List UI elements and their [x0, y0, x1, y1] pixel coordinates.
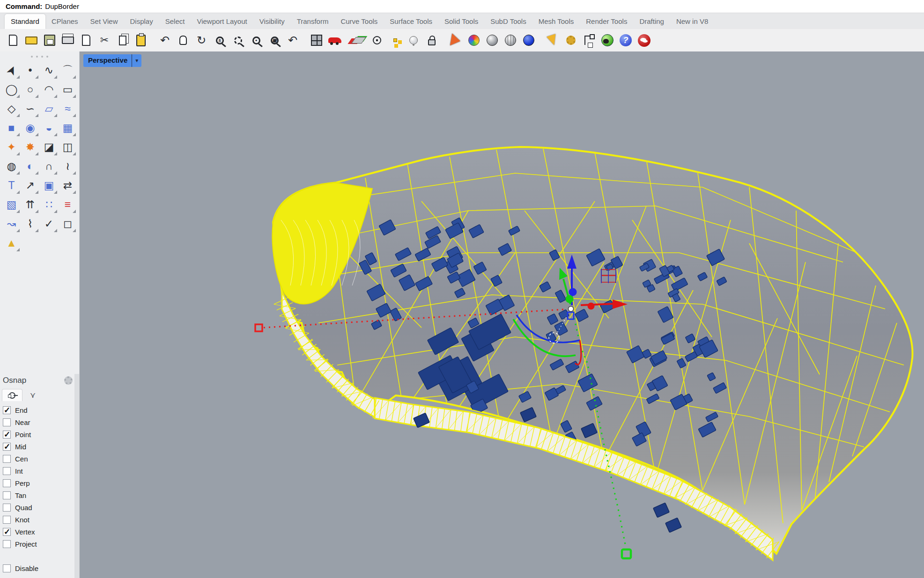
tool-check[interactable]: ✓	[40, 214, 59, 234]
command-bar[interactable]: Command: DupBorder	[0, 0, 924, 13]
toolbar-tab-new-in-v8[interactable]: New in V8	[670, 14, 714, 29]
tool-explode[interactable]: ✸	[21, 138, 40, 157]
tool-array-linear[interactable]: ≡	[59, 195, 77, 214]
osnap-row-knot[interactable]: Knot	[2, 513, 79, 526]
undo-view-icon[interactable]: ↶	[284, 32, 301, 49]
named-views-car-icon[interactable]	[326, 32, 343, 49]
toolbar-tab-visibility[interactable]: Visibility	[253, 14, 291, 29]
quad-checkbox[interactable]	[3, 504, 11, 512]
tool-orient-on-surface[interactable]: ▲	[2, 234, 21, 253]
tool-move[interactable]: ↗	[21, 176, 40, 195]
tab-osnap[interactable]	[2, 389, 22, 401]
osnap-row-cen[interactable]: Cen	[2, 453, 79, 465]
tool-sphere[interactable]: ◉	[21, 118, 40, 138]
zoom-extents-icon[interactable]: ▣	[266, 32, 283, 49]
open-file-icon[interactable]	[23, 32, 40, 49]
tan-checkbox[interactable]	[3, 491, 11, 499]
osnap-row-point[interactable]: Point	[2, 428, 79, 440]
tool-text[interactable]: T	[2, 176, 21, 195]
selection-filter-cone-icon[interactable]	[544, 32, 561, 49]
tool-polygon[interactable]: ◇	[2, 99, 21, 118]
tool-surface-wave[interactable]: ≈	[59, 99, 77, 118]
tool-gray-box[interactable]: ◻	[59, 214, 77, 234]
tool-bend[interactable]: ↝	[2, 214, 21, 234]
end-checkbox[interactable]	[3, 406, 11, 414]
toolbar-tab-mesh-tools[interactable]: Mesh Tools	[532, 14, 580, 29]
paste-icon[interactable]	[133, 32, 149, 49]
viewport-tab[interactable]: Perspective ▼	[83, 54, 141, 67]
new-file-icon[interactable]	[5, 32, 22, 49]
osnap-row-vertex[interactable]: Vertex	[2, 526, 79, 538]
options-gears-icon[interactable]	[562, 32, 579, 49]
tool-split[interactable]: ◫	[59, 138, 77, 157]
osnap-row-perp[interactable]: Perp	[2, 477, 79, 489]
tool-box[interactable]: ■	[2, 118, 21, 138]
chevron-down-icon[interactable]: ▼	[132, 54, 141, 67]
vertex-checkbox[interactable]	[3, 528, 11, 536]
toolbar-tab-surface-tools[interactable]: Surface Tools	[384, 14, 438, 29]
zoom-dynamic-icon[interactable]: ±	[211, 32, 228, 49]
mid-checkbox[interactable]	[3, 443, 11, 451]
osnap-row-quad[interactable]: Quad	[2, 501, 79, 513]
tool-arc[interactable]: ◠	[40, 80, 59, 99]
pan-icon[interactable]	[175, 32, 192, 49]
tool-on-surface[interactable]: ⌇	[21, 214, 40, 234]
tool-puzzle[interactable]: ✦	[2, 138, 21, 157]
toolbar-tab-render-tools[interactable]: Render Tools	[580, 14, 633, 29]
tool-boolean-difference[interactable]: ◐	[21, 157, 40, 176]
tool-trim[interactable]: ◪	[40, 138, 59, 157]
tool-copy-array[interactable]: ▣	[40, 176, 59, 195]
tool-fillet-curve[interactable]: ∩	[40, 157, 59, 176]
lock-objects-icon[interactable]	[423, 32, 440, 49]
color-wheel-icon[interactable]	[466, 32, 482, 49]
osnap-row-mid[interactable]: Mid	[2, 440, 79, 453]
int-checkbox[interactable]	[3, 467, 11, 475]
toolbar-tab-cplanes[interactable]: CPlanes	[45, 14, 84, 29]
save-icon[interactable]	[41, 32, 58, 49]
tool-curve-tools[interactable]: ⌒	[59, 61, 77, 80]
toolbar-tab-drafting[interactable]: Drafting	[633, 14, 670, 29]
toolbar-tab-display[interactable]: Display	[124, 14, 159, 29]
copy-icon[interactable]	[114, 32, 131, 49]
cut-icon[interactable]: ✂	[96, 32, 113, 49]
near-checkbox[interactable]	[3, 418, 11, 426]
toolbar-tab-viewport-layout[interactable]: Viewport Layout	[191, 14, 253, 29]
ghosted-viewport-icon[interactable]	[502, 32, 519, 49]
layer-cake-icon[interactable]	[447, 32, 464, 49]
shaded-viewport-icon[interactable]	[484, 32, 501, 49]
project-checkbox[interactable]	[3, 540, 11, 548]
osnap-row-near[interactable]: Near	[2, 416, 79, 428]
render-globe-icon[interactable]	[599, 32, 616, 49]
viewport-layout-icon[interactable]	[308, 32, 325, 49]
tool-rectangle[interactable]: ▭	[59, 80, 77, 99]
toolbar-tab-solid-tools[interactable]: Solid Tools	[438, 14, 484, 29]
sidebar-grip[interactable]	[0, 53, 79, 60]
point-checkbox[interactable]	[3, 431, 11, 439]
cen-checkbox[interactable]	[3, 455, 11, 463]
forum-chat-icon[interactable]	[636, 32, 652, 49]
tool-mesh-box[interactable]: ▦	[59, 118, 77, 138]
select-points-icon[interactable]	[387, 32, 404, 49]
tool-array-grid[interactable]: ∷	[40, 195, 59, 214]
osnap-row-tan[interactable]: Tan	[2, 489, 79, 501]
toolbar-tab-select[interactable]: Select	[159, 14, 191, 29]
toolbar-tab-transform[interactable]: Transform	[291, 14, 335, 29]
tool-curve-blend[interactable]: ∽	[21, 99, 40, 118]
show-objects-lamp-icon[interactable]	[405, 32, 422, 49]
tool-ellipse[interactable]: ○	[21, 80, 40, 99]
help-icon[interactable]: ?	[617, 32, 634, 49]
tool-point[interactable]: •	[21, 61, 40, 80]
toolbar-tab-subd-tools[interactable]: SubD Tools	[484, 14, 532, 29]
set-cplane-icon[interactable]	[350, 32, 367, 49]
tool-curve-control-points[interactable]: ∿	[40, 61, 59, 80]
tool-circle[interactable]: ◯	[2, 80, 21, 99]
tool-extrude-up[interactable]: ⇈	[21, 195, 40, 214]
zoom-window-icon[interactable]	[229, 32, 246, 49]
perspective-viewport[interactable]: Perspective ▼	[80, 51, 924, 578]
tool-block-edit[interactable]: ▧	[2, 195, 21, 214]
disable-checkbox[interactable]	[3, 564, 11, 572]
gear-icon[interactable]	[64, 376, 73, 385]
tool-select-cursor[interactable]: ➤	[2, 61, 21, 80]
rotate-view-icon[interactable]: ↻	[193, 32, 210, 49]
tool-revolve[interactable]: ◒	[40, 118, 59, 138]
